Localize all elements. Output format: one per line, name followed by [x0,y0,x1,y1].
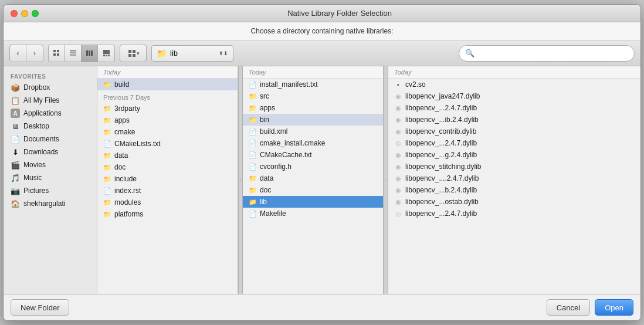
list-item[interactable]: ◉ libopencv_...ib.2.4.dylib [388,114,640,126]
dylib-icon: ◉ [394,104,402,112]
new-folder-button[interactable]: New Folder [11,299,69,316]
file-name: libopencv_java247.dylib [405,92,480,100]
list-item[interactable]: 📁 build [97,79,238,90]
column-2-header: Today [243,66,383,79]
folder-icon: 📁 [249,116,257,124]
folder-icon: 📁 [103,163,111,171]
list-item[interactable]: 📁 modules [97,197,238,208]
list-item[interactable]: 📄 install_manifest.txt [243,79,383,90]
list-item[interactable]: 📁 3rdparty [97,103,238,114]
open-button[interactable]: Open [595,299,633,316]
list-item[interactable]: ◉ libopencv_...b.2.4.dylib [388,184,640,196]
list-item[interactable]: 📁 include [97,173,238,185]
file-name: libopencv_contrib.dylib [405,127,476,136]
file-name: 3rdparty [114,104,140,113]
list-item[interactable]: 📁 src [243,90,383,102]
list-item[interactable]: ◉ libopencv_...2.4.7.dylib [388,102,640,114]
list-item[interactable]: ◎ libopencv_...2.4.7.dylib [388,208,640,219]
svg-rect-16 [128,54,131,57]
list-item[interactable]: 📁 cmake [97,126,238,138]
view-column-button[interactable] [82,45,98,62]
sidebar-label-music: Music [23,174,42,182]
dylib-icon: ◉ [394,116,402,124]
file-name: doc [114,163,126,171]
sidebar-item-downloads[interactable]: ⬇ Downloads [4,145,97,158]
file-name: cvconfig.h [260,162,292,171]
sidebar-item-all-my-files[interactable]: 📋 All My Files [4,94,97,107]
downloads-icon: ⬇ [11,147,20,157]
list-item[interactable]: 📁 apps [243,102,383,114]
dylib-icon: ◉ [394,186,402,194]
sidebar-section-title: FAVORITES [4,71,97,81]
list-item[interactable]: ◉ libopencv_...g.2.4.dylib [388,149,640,161]
sidebar-label-applications: Applications [23,109,62,117]
list-item[interactable]: 📁 platforms [97,208,238,220]
sidebar-item-documents[interactable]: 📄 Documents [4,133,97,145]
svg-rect-12 [106,55,107,56]
list-item[interactable]: 📁 apps [97,114,238,126]
list-item[interactable]: 📄 CMakeLists.txt [97,138,238,150]
back-button[interactable]: ‹ [10,45,26,62]
file-name: data [114,151,128,160]
forward-button[interactable]: › [26,45,43,62]
list-item[interactable]: ◉ libopencv_...ostab.dylib [388,196,640,208]
column-separator-1[interactable]: ⋮ [238,66,243,294]
list-item[interactable]: ◉ libopencv_contrib.dylib [388,126,640,137]
dylib-icon: ◎ [394,139,402,147]
svg-rect-3 [57,53,59,56]
svg-rect-13 [108,55,110,56]
finder-window: Native Library Folder Selection Choose a… [3,4,641,321]
list-item[interactable]: ◉ libopencv_stitching.dylib [388,161,640,172]
window-controls [11,10,39,17]
file-name: lib [260,198,267,206]
list-item[interactable]: 📄 CMakeCache.txt [243,149,383,161]
list-item[interactable]: 📁 data [243,172,383,184]
sidebar-item-applications[interactable]: A Applications [4,107,97,120]
maximize-button[interactable] [32,10,39,17]
file-name: platforms [114,210,143,218]
minimize-button[interactable] [21,10,28,17]
list-item[interactable]: 📄 index.rst [97,185,238,197]
sidebar-item-dropbox[interactable]: 📦 Dropbox [4,81,97,94]
sidebar-item-pictures[interactable]: 📷 Pictures [4,184,97,197]
svg-rect-4 [70,50,76,52]
sidebar-item-movies[interactable]: 🎬 Movies [4,158,97,171]
sidebar-item-desktop[interactable]: 🖥 Desktop [4,120,97,133]
dylib-icon: ◉ [394,151,402,159]
list-item[interactable]: ◎ libopencv_...2.4.7.dylib [388,137,640,149]
close-button[interactable] [11,10,18,17]
cancel-button[interactable]: Cancel [547,299,590,316]
list-item[interactable]: ▪ cv2.so [388,79,640,90]
file-name: cmake [114,128,135,136]
file-name: apps [260,104,275,112]
header-file-icon: 📄 [249,162,257,171]
view-list-button[interactable] [65,45,82,62]
bottom-bar-right: Cancel Open [547,299,633,316]
list-item[interactable]: 📄 cvconfig.h [243,161,383,172]
search-icon: 🔍 [465,49,474,57]
file-name: apps [114,116,130,124]
column-separator-2[interactable]: ⋮ [384,66,388,294]
svg-rect-2 [53,53,56,56]
action-button[interactable]: ▾ [120,45,146,62]
list-item[interactable]: 📁 doc [243,184,383,196]
list-item[interactable]: 📁 bin [243,114,383,126]
list-item[interactable]: ◉ libopencv_java247.dylib [388,90,640,102]
search-box: 🔍 [459,45,635,62]
list-item[interactable]: 📄 Makefile [243,208,383,219]
sidebar-item-music[interactable]: 🎵 Music [4,171,97,184]
list-item[interactable]: 📄 cmake_install.cmake [243,137,383,149]
sidebar-item-user[interactable]: 🏠 shekhargulati [4,197,97,210]
path-dropdown[interactable]: 📁 lib ⬆⬇ [151,45,233,62]
view-cover-button[interactable] [98,45,114,62]
list-item[interactable]: ◉ libopencv_....2.4.7.dylib [388,172,640,184]
list-item[interactable]: 📁 doc [97,161,238,173]
view-icon-button[interactable] [49,45,65,62]
file-name: install_manifest.txt [260,80,318,89]
dylib-icon: ◉ [394,162,402,171]
list-item[interactable]: 📁 lib [243,196,383,208]
list-item[interactable]: 📄 build.xml [243,126,383,137]
list-item[interactable]: 📁 data [97,150,238,161]
svg-rect-6 [70,55,76,56]
search-input[interactable] [478,49,628,57]
